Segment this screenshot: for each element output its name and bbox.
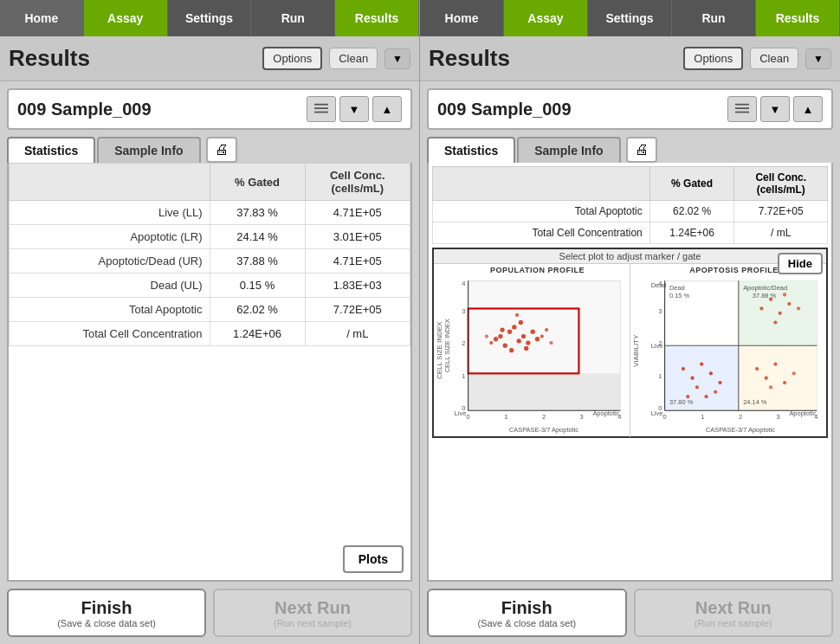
right-sample-down-btn[interactable]: ▼ — [760, 96, 790, 122]
right-header: Results Options Clean ▼ — [420, 36, 840, 81]
svg-text:24.14 %: 24.14 % — [743, 398, 767, 406]
left-finish-sub: (Save & close data set) — [57, 618, 156, 628]
svg-point-69 — [695, 385, 699, 389]
right-col-conc: Cell Conc.(cells/mL) — [734, 167, 828, 201]
col-header-empty — [10, 164, 210, 201]
left-options-button[interactable]: Options — [262, 47, 322, 70]
right-print-btn[interactable]: 🖨 — [626, 137, 657, 163]
nav-assay-left[interactable]: Assay — [84, 0, 168, 36]
svg-point-62 — [792, 371, 796, 375]
svg-point-27 — [485, 334, 488, 338]
left-finish-button[interactable]: Finish (Save & close data set) — [7, 589, 206, 637]
left-header-dropdown[interactable]: ▼ — [384, 48, 410, 69]
nav-assay-right[interactable]: Assay — [504, 0, 588, 36]
row-total-conc-label: Total Cell Concentration — [10, 322, 210, 346]
table-row: Dead (UL) 0.15 % 1.83E+03 — [10, 274, 410, 298]
svg-text:1: 1 — [504, 413, 507, 421]
nav-run-left[interactable]: Run — [251, 0, 335, 36]
table-row: Apoptotic/Dead (UR) 37.88 % 4.71E+05 — [10, 249, 410, 274]
left-table-area: % Gated Cell Conc.(cells/mL) Live (LL) 3… — [7, 163, 412, 582]
left-next-sub: (Run next sample) — [274, 618, 352, 628]
population-y-label: CELL SIZE INDEX — [434, 264, 445, 437]
row-apoptotic-label: Apoptotic (LR) — [10, 225, 210, 249]
left-footer: Finish (Save & close data set) Next Run … — [0, 582, 419, 644]
right-next-label: Next Run — [695, 598, 772, 618]
right-row-total-conc-val: 1.24E+06 — [649, 222, 734, 244]
population-svg[interactable]: 0 1 2 3 4 0 1 2 3 4 CASPASE-3/ — [445, 276, 630, 434]
nav-settings-right[interactable]: Settings — [588, 0, 672, 36]
svg-point-10 — [507, 330, 512, 334]
row-dead-pct: 0.15 % — [210, 274, 305, 298]
nav-home-left[interactable]: Home — [0, 0, 84, 36]
left-navbar: Home Assay Settings Run Results — [0, 0, 419, 36]
nav-settings-left[interactable]: Settings — [168, 0, 252, 36]
right-next-sub: (Run next sample) — [695, 618, 772, 628]
svg-text:1: 1 — [701, 413, 704, 421]
left-sample-up-btn[interactable]: ▲ — [372, 96, 402, 122]
svg-point-64 — [682, 367, 685, 370]
row-total-conc-val: 1.24E+06 — [210, 322, 305, 346]
left-clean-button[interactable]: Clean — [329, 48, 378, 69]
right-row-total-apoptotic-pct: 62.02 % — [649, 201, 734, 222]
left-print-btn[interactable]: 🖨 — [206, 137, 237, 163]
row-apoptotic-dead-conc: 4.71E+05 — [305, 249, 410, 274]
svg-point-63 — [769, 385, 772, 389]
svg-point-18 — [535, 337, 540, 341]
right-row-total-conc-unit: / mL — [734, 222, 828, 244]
svg-text:0: 0 — [663, 413, 667, 421]
svg-rect-2 — [314, 112, 328, 113]
svg-point-68 — [718, 381, 721, 384]
nav-run-right[interactable]: Run — [672, 0, 756, 36]
right-next-button[interactable]: Next Run (Run next sample) — [634, 589, 834, 637]
left-plots-button[interactable]: Plots — [343, 545, 404, 573]
svg-point-56 — [783, 293, 786, 296]
left-panel: Home Assay Settings Run Results Results … — [0, 0, 420, 644]
left-sample-list-btn[interactable] — [307, 96, 336, 122]
svg-rect-0 — [314, 104, 328, 106]
right-sample-list-btn[interactable] — [727, 96, 757, 122]
right-clean-button[interactable]: Clean — [750, 48, 798, 69]
right-finish-button[interactable]: Finish (Save & close data set) — [427, 589, 627, 637]
svg-point-51 — [759, 306, 763, 310]
nav-results-right[interactable]: Results — [756, 0, 840, 36]
right-sample-up-btn[interactable]: ▲ — [793, 96, 823, 122]
svg-text:1: 1 — [462, 372, 465, 380]
svg-point-21 — [500, 327, 504, 332]
right-row-total-conc-label: Total Cell Concentration — [433, 222, 650, 244]
table-row: Live (LL) 37.83 % 4.71E+05 — [10, 201, 410, 225]
right-options-button[interactable]: Options — [683, 47, 743, 70]
svg-text:37.88 %: 37.88 % — [753, 292, 777, 299]
svg-point-17 — [531, 330, 535, 334]
right-tabs: Statistics Sample Info 🖨 — [427, 137, 833, 163]
svg-text:0: 0 — [467, 413, 470, 421]
svg-text:2: 2 — [739, 413, 742, 421]
svg-point-55 — [773, 320, 777, 324]
right-header-dropdown[interactable]: ▼ — [805, 48, 831, 69]
population-title: POPULATION PROFILE — [445, 264, 630, 276]
apoptosis-svg[interactable]: 0 1 2 3 4 0 1 2 3 4 Dead — [642, 276, 826, 434]
svg-point-54 — [787, 302, 791, 306]
nav-home-right[interactable]: Home — [420, 0, 504, 36]
svg-rect-5 — [735, 112, 749, 113]
tab-statistics-right[interactable]: Statistics — [427, 137, 515, 163]
svg-point-25 — [549, 341, 552, 345]
svg-point-12 — [503, 344, 507, 348]
left-next-button[interactable]: Next Run (Run next sample) — [213, 589, 412, 637]
left-sample-down-btn[interactable]: ▼ — [339, 96, 369, 122]
svg-point-16 — [494, 337, 498, 341]
right-finish-label: Finish — [501, 598, 552, 618]
plot-container: Select plot to adjust marker / gate Hide… — [432, 248, 828, 438]
hide-button[interactable]: Hide — [778, 253, 823, 274]
svg-text:3: 3 — [462, 307, 465, 315]
tab-sample-info-left[interactable]: Sample Info — [97, 137, 200, 163]
right-plots-area: % Gated Cell Conc.(cells/mL) Total Apopt… — [427, 163, 833, 582]
right-col-empty — [433, 167, 650, 201]
col-header-conc: Cell Conc.(cells/mL) — [305, 164, 410, 201]
left-tabs: Statistics Sample Info 🖨 — [7, 137, 412, 163]
tab-sample-info-right[interactable]: Sample Info — [517, 137, 620, 163]
table-row: Apoptotic (LR) 24.14 % 3.01E+05 — [10, 225, 410, 249]
tab-statistics-left[interactable]: Statistics — [7, 137, 95, 163]
nav-results-left[interactable]: Results — [335, 0, 419, 36]
svg-point-57 — [797, 306, 800, 310]
table-row: Total Cell Concentration 1.24E+06 / mL — [10, 322, 410, 346]
